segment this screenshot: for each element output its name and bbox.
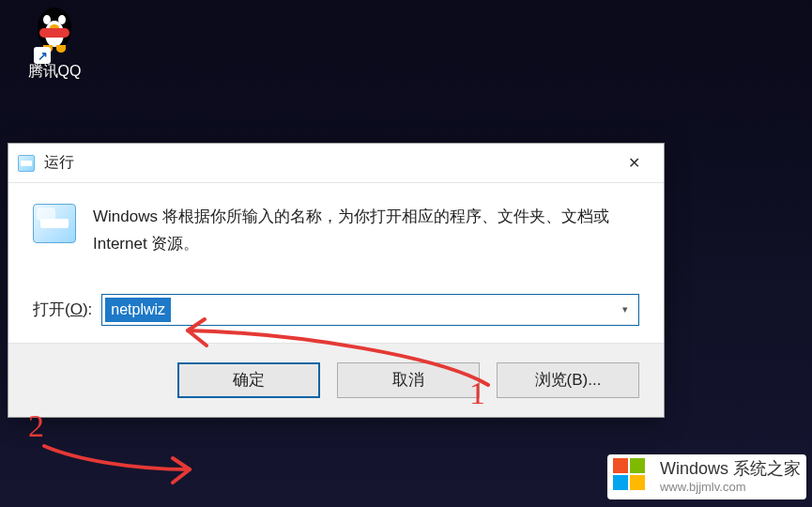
chevron-down-icon[interactable]: ▾ [612,295,638,325]
run-icon [18,155,35,172]
desktop-background: ↗ 腾讯QQ 运行 ✕ Windows 将根据你所输入的名称，为你打开相应的程序… [0,0,812,507]
ok-button[interactable]: 确定 [177,362,320,398]
run-dialog: 运行 ✕ Windows 将根据你所输入的名称，为你打开相应的程序、文件夹、文档… [8,143,665,418]
browse-button[interactable]: 浏览(B)... [497,362,639,398]
open-combobox[interactable]: netplwiz ▾ [101,294,639,326]
open-label: 打开(O): [33,299,92,320]
annotation-arrow-2 [39,441,208,488]
close-icon: ✕ [628,154,640,172]
watermark-url: www.bjjmlv.com [660,480,801,495]
run-large-icon [33,204,76,243]
button-bar: 确定 取消 浏览(B)... [8,343,664,417]
cancel-button[interactable]: 取消 [337,362,480,398]
windows-logo-icon [613,458,651,496]
open-input[interactable] [102,295,612,325]
run-description: Windows 将根据你所输入的名称，为你打开相应的程序、文件夹、文档或 Int… [93,204,639,258]
annotation-number-1: 1 [469,376,485,411]
desktop-icon-label: 腾讯QQ [17,62,92,82]
desktop-icon-qq[interactable]: ↗ 腾讯QQ [17,0,92,82]
window-title: 运行 [44,153,74,173]
shortcut-arrow-icon: ↗ [34,47,51,64]
qq-icon: ↗ [26,0,83,56]
annotation-number-2: 2 [28,408,44,444]
watermark-title: Windows 系统之家 [660,459,801,480]
watermark: Windows 系统之家 www.bjjmlv.com [607,454,806,499]
titlebar[interactable]: 运行 ✕ [8,144,664,183]
close-button[interactable]: ✕ [613,148,654,178]
